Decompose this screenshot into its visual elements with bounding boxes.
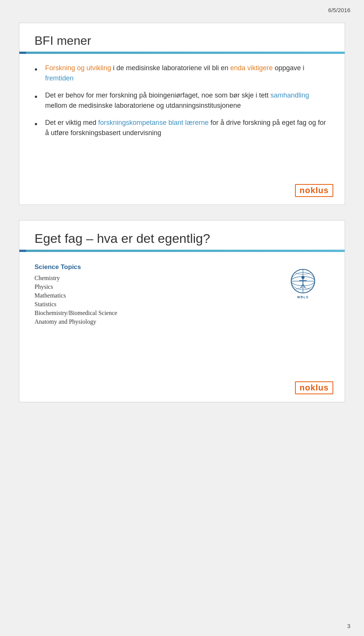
science-topics-column: Science Topics Chemistry Physics Mathema… — [35, 263, 261, 327]
slide1-accent-bar — [19, 52, 345, 54]
wbls-logo-area: WBLS — [276, 263, 329, 327]
slide-1: BFI mener Forskning og utvikling i de me… — [19, 23, 345, 205]
bullet3-text2: forskningskompetanse blant lærerne — [98, 119, 209, 126]
slide2-title-area: Eget fag – hva er det egentlig? — [19, 220, 345, 250]
bullet-1: Forskning og utvikling i de medisinske l… — [35, 63, 329, 83]
slide1-body: Forskning og utvikling i de medisinske l… — [19, 54, 345, 168]
svg-text:WBLS: WBLS — [297, 296, 309, 299]
science-topics-heading: Science Topics — [35, 263, 261, 271]
bullet-2: Det er behov for mer forskning på bioing… — [35, 90, 329, 111]
topic-mathematics: Mathematics — [35, 292, 261, 299]
topic-physics: Physics — [35, 283, 261, 290]
slide1-bullets: Forskning og utvikling i de medisinske l… — [35, 63, 329, 138]
page-number: 3 — [347, 623, 350, 629]
topic-statistics: Statistics — [35, 301, 261, 308]
slide2-title: Eget fag – hva er det egentlig? — [35, 231, 329, 246]
bullet2-text3: mellom de medisinske laboratoriene og ut… — [45, 102, 241, 109]
science-topics-list: Chemistry Physics Mathematics Statistics… — [35, 275, 261, 325]
bullet1-text5: fremtiden — [45, 74, 74, 82]
bullet1-text1: Forskning og utvikling — [45, 64, 111, 72]
bullet2-text1: Det er behov for mer forskning på bioing… — [45, 91, 270, 99]
slide2-body: Science Topics Chemistry Physics Mathema… — [19, 252, 345, 350]
slide-2: Eget fag – hva er det egentlig? Science … — [19, 220, 345, 402]
slide2-accent-bar — [19, 250, 345, 252]
bullet1-text2: i de medisinske laboratoriene vil bli en — [113, 64, 230, 72]
slide1-title-area: BFI mener — [19, 23, 345, 52]
topic-chemistry: Chemistry — [35, 275, 261, 282]
slide-container: BFI mener Forskning og utvikling i de me… — [0, 0, 364, 417]
bullet1-text3: enda viktigere — [230, 64, 273, 72]
wbls-globe-icon: WBLS — [286, 267, 320, 301]
slide1-noklus-text: noklus — [295, 184, 333, 197]
slide2-noklus-text: noklus — [295, 381, 333, 394]
slide1-noklus-logo: noklus — [295, 184, 333, 197]
bullet2-text2: samhandling — [270, 91, 309, 99]
topic-anatomy: Anatomy and Physiology — [35, 318, 261, 325]
bullet1-text4: oppgave i — [275, 64, 304, 72]
bullet-3: Det er viktig med forskningskompetanse b… — [35, 118, 329, 138]
slide1-title: BFI mener — [35, 34, 329, 48]
topic-biochemistry: Biochemistry/Biomedical Science — [35, 310, 261, 316]
svg-point-5 — [301, 276, 304, 279]
slide2-noklus-logo: noklus — [295, 381, 333, 394]
bullet3-text1: Det er viktig med — [45, 119, 98, 126]
page-date: 6/5/2016 — [328, 7, 350, 13]
